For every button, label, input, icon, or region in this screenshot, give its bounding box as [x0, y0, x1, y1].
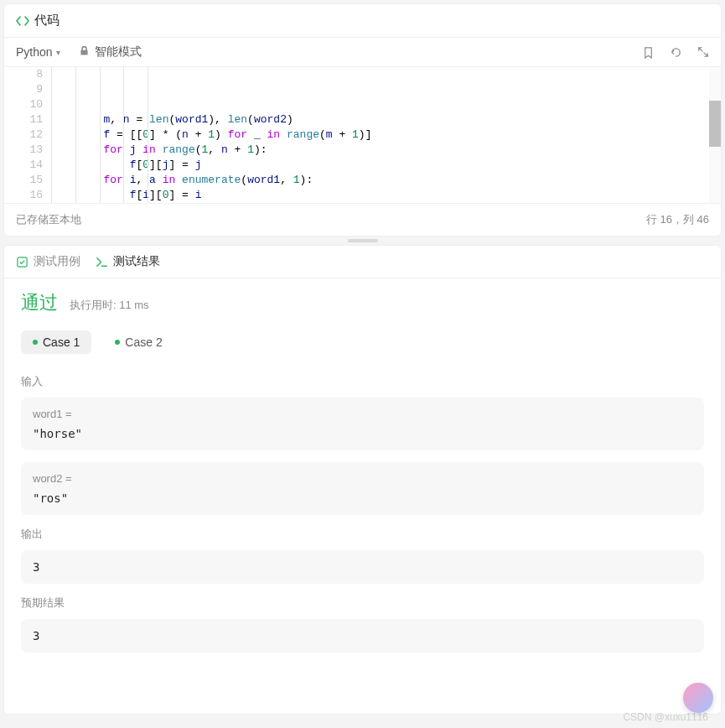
- inputs-container: word1 ="horse"word2 ="ros": [21, 398, 704, 515]
- line-number: 15: [4, 173, 43, 188]
- line-number: 14: [4, 158, 43, 173]
- code-content[interactable]: m, n = len(word1), len(word2) f = [[0] *…: [51, 67, 721, 203]
- case-label: Case 1: [43, 335, 80, 349]
- code-line[interactable]: m, n = len(word1), len(word2): [51, 112, 721, 127]
- lock-icon: [79, 45, 90, 59]
- undo-icon: [670, 46, 682, 59]
- runtime-text: 执行用时: 11 ms: [70, 298, 149, 313]
- save-status: 已存储至本地: [16, 212, 81, 227]
- toolbar-actions: [642, 46, 709, 59]
- case-pill[interactable]: Case 1: [21, 330, 91, 354]
- tab-testcases-label: 测试用例: [34, 254, 80, 269]
- expected-value: 3: [33, 629, 692, 642]
- line-gutter: 8910111213141516: [4, 67, 51, 203]
- results-panel: 测试用例 测试结果 通过 执行用时: 11 ms Case 1Case 2 输入…: [3, 245, 722, 715]
- terminal-icon: [96, 256, 108, 268]
- result-summary: 通过 执行用时: 11 ms: [21, 290, 704, 315]
- assistant-fab[interactable]: [683, 683, 713, 713]
- line-number: 16: [4, 188, 43, 203]
- tab-results-label: 测试结果: [113, 254, 160, 269]
- editor-status-bar: 已存储至本地 行 16，列 46: [4, 203, 721, 236]
- language-select[interactable]: Python ▾: [16, 45, 60, 59]
- code-panel-title: 代码: [34, 13, 60, 29]
- mode-indicator: 智能模式: [79, 44, 142, 60]
- status-dot-icon: [33, 340, 38, 345]
- resize-grip-icon: [348, 239, 378, 242]
- code-line[interactable]: for i, a in enumerate(word1, 1):: [51, 173, 721, 188]
- line-number: 9: [4, 82, 43, 97]
- line-number: 13: [4, 143, 43, 158]
- tab-testcases[interactable]: 测试用例: [16, 254, 80, 269]
- code-panel: 代码 Python ▾ 智能模式 8910111213141516: [3, 3, 722, 237]
- input-field-value: "ros": [33, 491, 692, 505]
- mode-label-text: 智能模式: [95, 44, 142, 60]
- code-line[interactable]: f = [[0] * (n + 1) for _ in range(m + 1)…: [51, 127, 721, 143]
- checkbox-icon: [16, 256, 28, 268]
- code-line[interactable]: for j in range(1, n + 1):: [51, 143, 721, 158]
- cursor-position: 行 16，列 46: [646, 212, 709, 227]
- pass-status: 通过: [21, 290, 58, 315]
- fullscreen-button[interactable]: [697, 46, 709, 59]
- case-pill[interactable]: Case 2: [103, 330, 173, 354]
- reset-button[interactable]: [670, 46, 682, 59]
- output-box: 3: [21, 550, 704, 584]
- code-editor[interactable]: 8910111213141516 m, n = len(word1), len(…: [4, 67, 721, 203]
- scrollbar-thumb[interactable]: [709, 101, 721, 147]
- code-panel-header: 代码: [4, 4, 721, 38]
- input-box: word1 ="horse": [21, 398, 704, 450]
- line-number: 10: [4, 97, 43, 112]
- code-icon: [16, 14, 29, 28]
- output-value: 3: [33, 560, 692, 574]
- case-selector: Case 1Case 2: [21, 330, 704, 354]
- code-line[interactable]: f[i][0] = i: [51, 188, 721, 203]
- input-field-label: word1 =: [33, 408, 692, 420]
- expected-box: 3: [21, 619, 704, 653]
- language-label: Python: [16, 45, 53, 59]
- input-field-label: word2 =: [33, 472, 692, 485]
- code-line[interactable]: f[0][j] = j: [51, 158, 721, 173]
- bookmark-icon: [642, 46, 655, 59]
- code-toolbar: Python ▾ 智能模式: [4, 38, 721, 67]
- bookmark-button[interactable]: [642, 46, 655, 59]
- line-number: 11: [4, 112, 43, 127]
- line-number: 8: [4, 67, 43, 82]
- chevron-down-icon: ▾: [56, 48, 60, 57]
- expand-icon: [697, 46, 709, 58]
- status-dot-icon: [115, 340, 120, 345]
- output-section-label: 输出: [21, 527, 704, 542]
- results-body[interactable]: 通过 执行用时: 11 ms Case 1Case 2 输入 word1 ="h…: [4, 278, 721, 714]
- results-tabs: 测试用例 测试结果: [4, 246, 721, 278]
- panel-resize-handle[interactable]: [0, 237, 725, 245]
- input-field-value: "horse": [33, 427, 692, 440]
- case-label: Case 2: [125, 335, 162, 349]
- input-section-label: 输入: [21, 374, 704, 389]
- expected-section-label: 预期结果: [21, 595, 704, 611]
- minimap-scrollbar[interactable]: [709, 67, 721, 203]
- line-number: 12: [4, 127, 43, 143]
- tab-results[interactable]: 测试结果: [96, 254, 160, 269]
- input-box: word2 ="ros": [21, 462, 704, 515]
